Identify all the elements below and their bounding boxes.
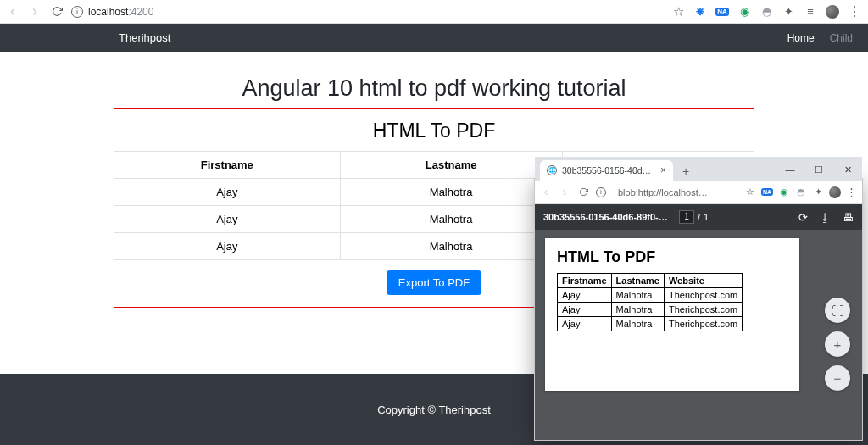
download-icon[interactable]: ⭳: [820, 211, 831, 224]
pdf-zoom-controls: ⛶ + −: [825, 298, 850, 391]
profile-avatar[interactable]: [826, 5, 839, 19]
export-pdf-button[interactable]: Export To PDF: [387, 270, 481, 295]
profile-avatar[interactable]: [829, 186, 841, 198]
pdf-table: Firstname Lastname Website Ajay Malhotra…: [557, 273, 743, 331]
site-info-icon[interactable]: i: [71, 6, 83, 18]
table-row: Ajay Malhotra Therichpost.com: [558, 303, 743, 317]
extensions-icon[interactable]: ✦: [812, 186, 824, 198]
cell: Therichpost.com: [664, 288, 742, 303]
pdf-toolbar: 30b35556-0156-40d6-89f0-33d7… 1 / 1 ⟳ ⭳ …: [535, 204, 862, 230]
divider: [114, 108, 754, 109]
cell: Malhotra: [611, 303, 664, 317]
col-firstname: Firstname: [114, 152, 341, 179]
window-minimize-button[interactable]: —: [776, 159, 804, 181]
brand-label[interactable]: Therihpost: [119, 31, 170, 44]
browser-menu-icon[interactable]: ⋮: [848, 5, 861, 19]
site-info-icon[interactable]: i: [596, 187, 606, 197]
cell: Firstname: [558, 274, 612, 288]
cell: Ajay: [114, 179, 341, 206]
address-bar[interactable]: i localhost:4200: [71, 6, 663, 18]
back-icon[interactable]: [540, 186, 552, 198]
window-close-button[interactable]: ✕: [833, 159, 862, 181]
globe-icon: 🌐: [547, 165, 557, 175]
cell: Therichpost.com: [664, 303, 742, 317]
popup-tab-title: 30b35556-0156-40d6-89f0-33d: [562, 165, 655, 175]
extension-badge-icon[interactable]: NA: [715, 5, 729, 19]
popup-window: 🌐 30b35556-0156-40d6-89f0-33d × + — ☐ ✕ …: [534, 178, 863, 441]
table-row: Ajay Malhotra Therichpost.com: [558, 288, 743, 303]
forward-icon[interactable]: [559, 186, 570, 198]
page-subtitle: HTML To PDF: [59, 120, 809, 142]
cell: Website: [664, 274, 742, 288]
reading-list-icon[interactable]: ≡: [804, 5, 817, 19]
reload-icon[interactable]: [577, 186, 589, 198]
url-host: localhost: [88, 6, 128, 18]
table-header-row: Firstname Lastname Website: [558, 274, 743, 288]
bookmark-star-icon[interactable]: ☆: [671, 5, 685, 19]
cell: Ajay: [114, 206, 341, 233]
new-tab-button[interactable]: +: [676, 162, 695, 181]
pdf-viewport[interactable]: HTML To PDF Firstname Lastname Website A…: [535, 230, 862, 440]
extension-icon-2[interactable]: ◉: [737, 5, 751, 19]
back-icon[interactable]: [7, 6, 19, 18]
app-navbar: Therihpost Home Child: [0, 24, 868, 52]
rotate-icon[interactable]: ⟳: [798, 211, 808, 224]
browser-menu-icon[interactable]: ⋮: [846, 186, 857, 197]
pdf-page-indicator: 1 / 1: [679, 210, 709, 224]
pdf-heading: HTML To PDF: [557, 248, 787, 266]
cell: Malhotra: [611, 317, 664, 331]
page-title: Angular 10 html to pdf working tutorial: [59, 75, 809, 102]
close-tab-icon[interactable]: ×: [660, 164, 666, 176]
extensions-icon[interactable]: ✦: [782, 5, 795, 19]
cell: Malhotra: [340, 233, 562, 260]
bookmark-star-icon[interactable]: ☆: [744, 186, 756, 198]
reload-icon[interactable]: [51, 6, 63, 18]
footer-text: Copyright © Therihpost: [377, 403, 491, 416]
zoom-in-button[interactable]: +: [825, 331, 850, 357]
url-port: :4200: [128, 6, 153, 18]
pdf-page-current[interactable]: 1: [679, 210, 694, 224]
fit-page-button[interactable]: ⛶: [825, 298, 850, 323]
nav-link-home[interactable]: Home: [787, 32, 815, 44]
table-row: Ajay Malhotra Therichpost.com: [558, 317, 743, 331]
popup-url[interactable]: blob:http://localhost…: [618, 187, 737, 197]
cell: Ajay: [558, 288, 612, 303]
extension-badge-icon[interactable]: NA: [761, 186, 773, 198]
shield-icon[interactable]: ◓: [760, 5, 773, 19]
nav-link-child[interactable]: Child: [830, 32, 853, 44]
cell: Malhotra: [340, 179, 562, 206]
window-maximize-button[interactable]: ☐: [804, 159, 833, 181]
cell: Malhotra: [611, 288, 664, 303]
popup-tab[interactable]: 🌐 30b35556-0156-40d6-89f0-33d ×: [540, 160, 673, 181]
pdf-page-sep: /: [698, 212, 700, 222]
browser-toolbar: i localhost:4200 ☆ ❋ NA ◉ ◓ ✦ ≡ ⋮: [0, 0, 868, 24]
pdf-paper: HTML To PDF Firstname Lastname Website A…: [545, 238, 799, 391]
zoom-out-button[interactable]: −: [825, 365, 850, 391]
popup-tabstrip: 🌐 30b35556-0156-40d6-89f0-33d × + — ☐ ✕: [535, 157, 862, 181]
pdf-filename: 30b35556-0156-40d6-89f0-33d7…: [543, 212, 670, 222]
forward-icon[interactable]: [29, 6, 41, 18]
cell: Ajay: [558, 303, 612, 317]
cell: Lastname: [611, 274, 664, 288]
cell: Ajay: [558, 317, 612, 331]
extension-icon-2[interactable]: ◉: [778, 186, 790, 198]
col-lastname: Lastname: [340, 152, 562, 179]
print-icon[interactable]: 🖶: [843, 211, 854, 224]
cell: Ajay: [114, 233, 341, 260]
pdf-page-total: 1: [704, 212, 709, 222]
cell: Therichpost.com: [664, 317, 742, 331]
shield-icon[interactable]: ◓: [795, 186, 807, 198]
extension-icon[interactable]: ❋: [693, 5, 707, 19]
cell: Malhotra: [340, 206, 562, 233]
popup-address-bar: i blob:http://localhost… ☆ NA ◉ ◓ ✦ ⋮: [535, 181, 862, 204]
